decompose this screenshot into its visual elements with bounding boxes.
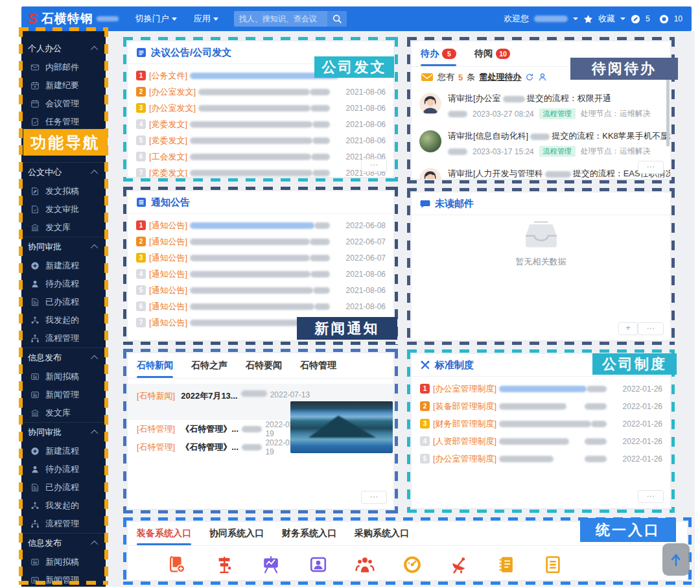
star-icon[interactable] xyxy=(583,14,593,24)
entry-客户注册[interactable]: 客户注册 xyxy=(295,555,342,580)
tab-待阅[interactable]: 待阅10 xyxy=(474,41,510,66)
announcement-row[interactable]: 2[办公室发文]2021-08-06 xyxy=(128,84,393,100)
sidebar-item[interactable]: 已办流程 xyxy=(21,478,106,497)
sidebar-item[interactable]: 会议管理 xyxy=(21,95,106,113)
tab-待办[interactable]: 待办5 xyxy=(421,41,456,66)
announcement-row[interactable]: 1[通知公告]2022-06-08 xyxy=(128,217,393,233)
announcement-row[interactable]: 3[办公室发文]2021-08-06 xyxy=(128,100,393,116)
sidebar-item[interactable]: 发文审批 xyxy=(21,200,106,218)
entry-信息需求[interactable]: 信息需求 xyxy=(483,555,530,580)
news-thumbnail-image[interactable] xyxy=(290,401,393,453)
entry-能耗平台[interactable]: 能耗平台 xyxy=(389,555,436,580)
announcement-row[interactable]: 5[办公室管理制度]2022-01-26 xyxy=(412,450,670,467)
tab-石特之声[interactable]: 石特之声 xyxy=(191,353,228,378)
more-button[interactable]: ··· xyxy=(361,491,387,504)
id-card-icon xyxy=(309,555,328,574)
search-button[interactable] xyxy=(327,11,347,27)
tab-采购系统入口[interactable]: 采购系统入口 xyxy=(355,522,409,545)
news-row[interactable]: [石特管理]《石特管理》...2022-05-19 xyxy=(128,438,302,456)
announcement-row[interactable]: 6[通知公告]2021-08-06 xyxy=(128,298,393,314)
user-icon xyxy=(30,465,40,474)
announcement-row[interactable]: 2[装备部管理制度]2022-01-26 xyxy=(412,397,670,415)
sidebar-group-header[interactable]: 协同审批 xyxy=(21,422,106,442)
announcement-row[interactable]: 4[通知公告]2021-08-06 xyxy=(128,266,393,282)
announcement-row[interactable]: 4[党委发文]2021-08-06 xyxy=(128,116,393,132)
sidebar-group-header[interactable]: 个人办公 xyxy=(21,39,106,58)
more-button[interactable]: ··· xyxy=(638,322,664,335)
sidebar-item[interactable]: 待办流程 xyxy=(21,460,106,478)
sidebar-item[interactable]: 我发起的 xyxy=(21,311,106,329)
flow-tag: 流程管理 xyxy=(539,146,576,157)
apps-menu[interactable]: 应用 xyxy=(194,13,218,25)
sidebar-item[interactable]: 新建流程 xyxy=(21,442,106,460)
scrollbar-thumb[interactable] xyxy=(666,74,670,147)
entry-设备平台[interactable]: 设备平台 xyxy=(201,555,248,580)
tab-石特新闻[interactable]: 石特新闻 xyxy=(137,353,173,378)
announcement-row[interactable]: 5[党委发文]2021-08-06 xyxy=(128,132,393,148)
sidebar-item[interactable]: 新建流程 xyxy=(21,257,106,275)
add-button[interactable]: + xyxy=(618,322,638,335)
more-button[interactable]: ··· xyxy=(638,161,664,174)
tab-石特要闻[interactable]: 石特要闻 xyxy=(246,353,282,378)
tab-装备系统入口[interactable]: 装备系统入口 xyxy=(137,522,191,545)
sidebar-group-header[interactable]: 信息发布 xyxy=(21,347,106,368)
announcement-row[interactable]: 7[党委发文]2021-08-06 xyxy=(128,165,393,177)
sidebar-item[interactable]: 任务管理 xyxy=(21,113,106,131)
news-row[interactable]: [石特管理]《石特管理》...2022-05-19 xyxy=(128,420,302,438)
sidebar-item[interactable]: 新闻拟稿 xyxy=(21,553,106,571)
chevron-down-icon[interactable] xyxy=(620,18,625,20)
user-filter-icon[interactable] xyxy=(538,73,547,82)
more-button[interactable]: ··· xyxy=(361,159,387,172)
announcement-row[interactable]: 2[通知公告]2022-06-07 xyxy=(128,233,393,250)
sidebar-item[interactable]: 新闻管理 xyxy=(21,571,106,588)
redacted-title xyxy=(190,137,312,144)
pending-todo-link[interactable]: 需处理待办 xyxy=(479,71,521,83)
todo-item[interactable]: 请审批[信息自动化科]提交的流程：KK8苹果手机不显示通知2023-03-17 … xyxy=(412,125,670,163)
announcement-row[interactable]: 1[办公室管理制度]2022-01-26 xyxy=(412,380,670,397)
entry-可视化[interactable]: 可视化 xyxy=(248,555,295,580)
sidebar-group-header[interactable]: 公文中心 xyxy=(21,162,106,182)
entry-智创平台[interactable]: 智创平台 xyxy=(436,555,483,580)
sidebar-item[interactable]: 流程管理 xyxy=(21,515,106,533)
sidebar-item[interactable]: 已办流程 xyxy=(21,293,106,311)
chevron-down-icon xyxy=(172,18,177,21)
sidebar-group-header[interactable]: 协同审批 xyxy=(21,237,106,257)
sidebar-item[interactable]: 发文库 xyxy=(21,218,106,237)
sidebar-item[interactable]: 发文拟稿 xyxy=(21,182,106,200)
announcement-row[interactable]: 5[通知公告]2021-08-06 xyxy=(128,282,393,298)
sidebar-item[interactable]: 内部邮件 xyxy=(21,58,106,76)
announcement-row[interactable]: 3[通知公告]2022-06-07 xyxy=(128,250,393,266)
news-icon xyxy=(30,372,40,381)
message-badge-icon[interactable] xyxy=(659,14,669,24)
chevron-down-icon[interactable] xyxy=(573,18,578,20)
sidebar-nav: 个人办公内部邮件新建纪要会议管理任务管理公文中心发文拟稿发文审批发文库协同审批新… xyxy=(21,31,106,587)
pencil-badge-icon[interactable] xyxy=(631,14,640,24)
more-button[interactable]: ··· xyxy=(638,490,664,503)
portal-switch-menu[interactable]: 切换门户 xyxy=(135,13,177,25)
back-to-top-button[interactable] xyxy=(662,543,690,576)
announcement-row[interactable]: 6[工会发文]2021-08-06 xyxy=(128,148,393,165)
entry-档案系统[interactable]: 档案系统 xyxy=(530,555,577,580)
todo-item[interactable]: 请审批[办公室提交的流程：权限开通2023-03-27 08:24流程管理处理节… xyxy=(412,88,670,125)
favorite-label[interactable]: 收藏 xyxy=(598,13,615,25)
search-input[interactable] xyxy=(234,11,327,27)
refresh-icon[interactable] xyxy=(525,73,534,82)
sidebar-item[interactable]: 新建纪要 xyxy=(21,76,106,95)
entry-189平台[interactable]: 189平台 xyxy=(154,555,201,580)
sidebar-item[interactable]: 发文库 xyxy=(21,404,106,422)
announcement-row[interactable]: 4[人资部管理制度]2022-01-26 xyxy=(412,432,670,450)
portal-switch-label: 切换门户 xyxy=(135,13,169,25)
sidebar-group-header[interactable]: 信息发布 xyxy=(21,533,106,553)
entry-客户管理[interactable]: 客户管理 xyxy=(342,555,389,580)
tab-财务系统入口[interactable]: 财务系统入口 xyxy=(282,522,336,545)
sidebar-item[interactable]: 新闻管理 xyxy=(21,386,106,404)
tab-协同系统入口[interactable]: 协同系统入口 xyxy=(209,522,264,545)
announcement-row[interactable]: 3[财务部管理制度]2022-01-26 xyxy=(412,415,670,432)
redacted-author xyxy=(591,421,607,427)
sidebar-item[interactable]: 我发起的 xyxy=(21,497,106,515)
sidebar-item[interactable]: 待办流程 xyxy=(21,275,106,293)
todo-item[interactable]: 请审批[人力开发与管理科提交的流程：EAS任职情况等级、档位反...2023-0… xyxy=(412,163,670,179)
sidebar-item[interactable]: 新闻拟稿 xyxy=(21,368,106,386)
tab-石特管理[interactable]: 石特管理 xyxy=(300,353,336,378)
sidebar-item[interactable]: 流程管理 xyxy=(21,329,106,347)
